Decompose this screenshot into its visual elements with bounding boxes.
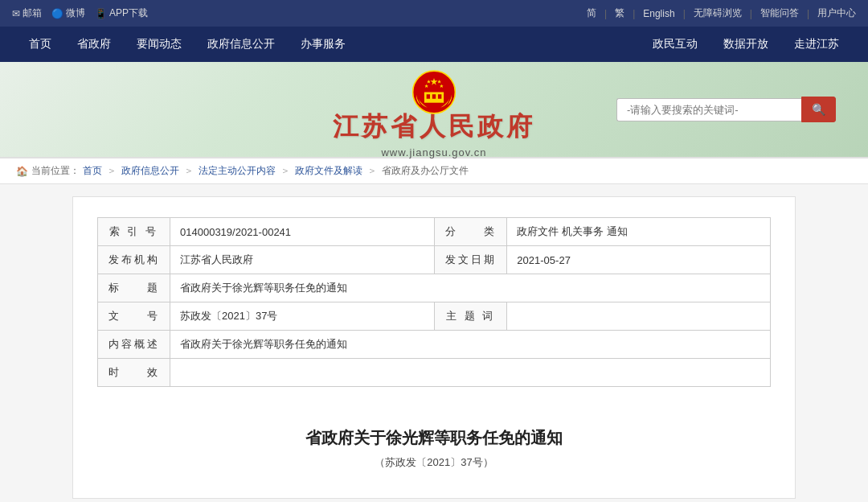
label-summary: 内容概述 xyxy=(98,331,170,359)
hero-subtitle: www.jiangsu.gov.cn xyxy=(381,146,486,158)
home-icon: 🏠 xyxy=(16,166,28,177)
value-title: 省政府关于徐光辉等职务任免的通知 xyxy=(170,274,771,302)
label-docnum: 文 号 xyxy=(98,302,170,331)
top-bar-right: 简 | 繁 | English | 无障碍浏览 | 智能问答 | 用户中心 xyxy=(587,6,856,20)
value-category: 政府文件 机关事务 通知 xyxy=(507,218,771,246)
document-info-table: 索 引 号 014000319/2021-00241 分 类 政府文件 机关事务… xyxy=(97,217,771,387)
national-emblem xyxy=(412,70,457,114)
label-date: 发文日期 xyxy=(435,246,507,274)
table-row: 内容概述 省政府关于徐光辉等职务任免的通知 xyxy=(98,331,771,359)
label-title: 标 题 xyxy=(98,274,170,302)
top-bar-left: ✉ 邮箱 🔵 微博 📱 APP下载 xyxy=(12,6,148,20)
table-row: 标 题 省政府关于徐光辉等职务任免的通知 xyxy=(98,274,771,302)
label-keywords: 主 题 词 xyxy=(435,302,507,331)
nav-gov-info[interactable]: 政府信息公开 xyxy=(194,27,288,62)
search-button[interactable]: 🔍 xyxy=(801,97,836,122)
value-index: 014000319/2021-00241 xyxy=(170,218,435,246)
nav-open-data[interactable]: 数据开放 xyxy=(710,27,781,62)
document-number: （苏政发〔2021〕37号） xyxy=(97,455,771,470)
table-row: 时 效 xyxy=(98,359,771,387)
breadcrumb-item-2[interactable]: 法定主动公开内容 xyxy=(199,164,276,178)
nav-provincial-gov[interactable]: 省政府 xyxy=(64,27,124,62)
breadcrumb-item-1[interactable]: 政府信息公开 xyxy=(121,164,179,178)
table-row: 文 号 苏政发〔2021〕37号 主 题 词 xyxy=(98,302,771,331)
svg-rect-6 xyxy=(424,93,444,94)
nav-right-links: 政民互动 数据开放 走进江苏 xyxy=(640,27,852,62)
document-title-area: 省政府关于徐光辉等职务任免的通知 （苏政发〔2021〕37号） xyxy=(97,411,771,478)
value-summary: 省政府关于徐光辉等职务任免的通知 xyxy=(170,331,771,359)
accessibility-link[interactable]: 无障碍浏览 xyxy=(694,6,742,20)
weibo-link[interactable]: 🔵 微博 xyxy=(51,6,85,20)
breadcrumb-home[interactable]: 首页 xyxy=(83,164,102,178)
breadcrumb-bar: 🏠 当前位置： 首页 ＞ 政府信息公开 ＞ 法定主动公开内容 ＞ 政府文件及解读… xyxy=(0,158,868,184)
nav-interaction[interactable]: 政民互动 xyxy=(640,27,710,62)
nav-about-jiangsu[interactable]: 走进江苏 xyxy=(781,27,852,62)
value-publisher: 江苏省人民政府 xyxy=(170,246,435,274)
top-utility-bar: ✉ 邮箱 🔵 微博 📱 APP下载 简 | 繁 | English | 无障碍浏… xyxy=(0,0,868,27)
main-content: 索 引 号 014000319/2021-00241 分 类 政府文件 机关事务… xyxy=(72,196,796,499)
value-docnum: 苏政发〔2021〕37号 xyxy=(170,302,435,331)
value-validity xyxy=(170,359,771,387)
hero-search-area: 🔍 xyxy=(616,97,836,122)
simplified-chinese-link[interactable]: 简 xyxy=(587,6,596,20)
search-input[interactable] xyxy=(616,98,801,121)
hero-title: 江苏省人民政府 xyxy=(333,109,535,145)
nav-news[interactable]: 要闻动态 xyxy=(124,27,194,62)
hero-banner: 江苏省人民政府 www.jiangsu.gov.cn 🔍 xyxy=(0,62,868,158)
english-link[interactable]: English xyxy=(643,8,674,19)
nav-services[interactable]: 办事服务 xyxy=(288,27,358,62)
table-row: 索 引 号 014000319/2021-00241 分 类 政府文件 机关事务… xyxy=(98,218,771,246)
value-keywords xyxy=(507,302,771,331)
email-link[interactable]: ✉ 邮箱 xyxy=(12,6,42,20)
breadcrumb-prefix: 当前位置： xyxy=(31,164,80,178)
traditional-chinese-link[interactable]: 繁 xyxy=(615,6,624,20)
nav-home[interactable]: 首页 xyxy=(16,27,64,62)
nav-left-links: 首页 省政府 要闻动态 政府信息公开 办事服务 xyxy=(16,27,358,62)
svg-rect-4 xyxy=(432,94,436,99)
label-index: 索 引 号 xyxy=(98,218,170,246)
svg-rect-3 xyxy=(427,94,430,99)
label-validity: 时 效 xyxy=(98,359,170,387)
label-publisher: 发布机构 xyxy=(98,246,170,274)
user-center-link[interactable]: 用户中心 xyxy=(817,6,856,20)
svg-rect-5 xyxy=(438,94,441,99)
label-category: 分 类 xyxy=(435,218,507,246)
navigation-bar: 首页 省政府 要闻动态 政府信息公开 办事服务 政民互动 数据开放 走进江苏 xyxy=(0,27,868,62)
document-main-title: 省政府关于徐光辉等职务任免的通知 xyxy=(97,427,771,449)
value-date: 2021-05-27 xyxy=(507,246,771,274)
breadcrumb-item-3[interactable]: 政府文件及解读 xyxy=(295,164,362,178)
ai-assistant-link[interactable]: 智能问答 xyxy=(760,6,799,20)
table-row: 发布机构 江苏省人民政府 发文日期 2021-05-27 xyxy=(98,246,771,274)
breadcrumb-current: 省政府及办公厅文件 xyxy=(382,164,469,178)
app-download-link[interactable]: 📱 APP下载 xyxy=(95,6,148,20)
